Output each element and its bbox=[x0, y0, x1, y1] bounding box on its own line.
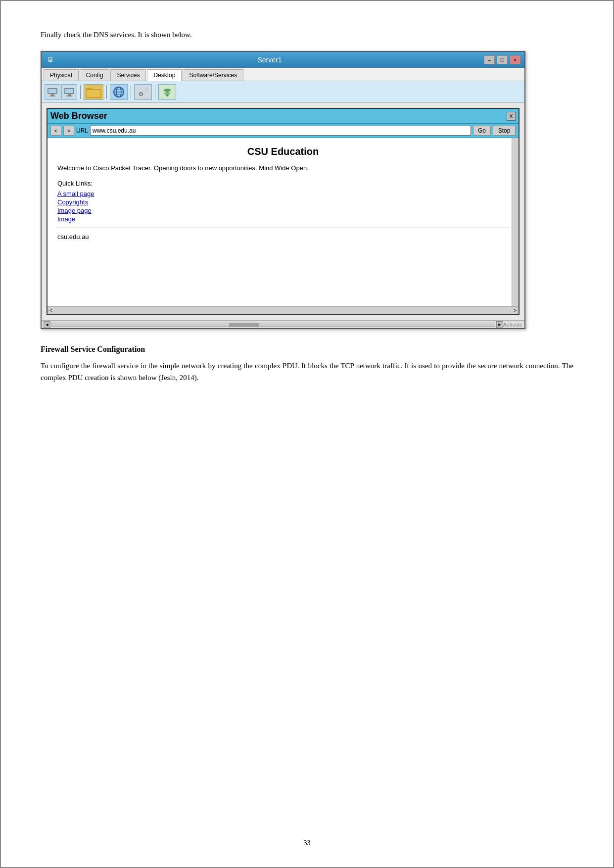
domain-text: csu.edu.au bbox=[57, 233, 509, 241]
toolbar-icons bbox=[45, 84, 176, 100]
scroll-left-arrow[interactable]: ◄ bbox=[44, 321, 50, 328]
url-input[interactable] bbox=[90, 126, 471, 136]
svg-rect-5 bbox=[65, 89, 73, 93]
window-icon: 🖥 bbox=[46, 55, 55, 65]
toolbar-separator-1 bbox=[80, 85, 81, 99]
link-copyrights[interactable]: Copyrights bbox=[57, 198, 509, 206]
bottom-scrollbar: ◄ ► Activate bbox=[42, 320, 524, 328]
svg-rect-1 bbox=[48, 89, 56, 93]
tab-desktop[interactable]: Desktop bbox=[147, 69, 182, 81]
scroll-thumb[interactable] bbox=[229, 323, 259, 327]
toolbar-icon-globe[interactable] bbox=[110, 84, 128, 100]
toolbar-icon-extra[interactable] bbox=[158, 84, 176, 100]
toolbar-icon-wrench[interactable] bbox=[134, 84, 152, 100]
tab-software-services[interactable]: Software/Services bbox=[183, 69, 243, 81]
activate-text: Activate bbox=[503, 322, 522, 328]
browser-header: Web Browser X bbox=[47, 109, 519, 124]
toolbar-separator-3 bbox=[131, 85, 131, 99]
browser-container: Web Browser X < > URL Go Stop CSU Educat… bbox=[42, 103, 524, 320]
bottom-bar-right: > bbox=[514, 308, 517, 313]
stop-button[interactable]: Stop bbox=[493, 126, 516, 136]
url-label: URL bbox=[76, 127, 88, 134]
scroll-right-arrow[interactable]: ► bbox=[496, 321, 503, 328]
window-controls: – □ × bbox=[484, 55, 520, 64]
go-button[interactable]: Go bbox=[473, 126, 491, 136]
scroll-track bbox=[51, 323, 495, 327]
link-image-page[interactable]: Image page bbox=[57, 207, 509, 214]
toolbar-icon-3[interactable] bbox=[84, 84, 103, 100]
toolbar-icon-1[interactable] bbox=[45, 84, 60, 100]
titlebar: 🖥 Server1 – □ × bbox=[42, 52, 524, 68]
tab-physical[interactable]: Physical bbox=[44, 69, 79, 81]
back-button[interactable]: < bbox=[50, 126, 61, 136]
browser-bottom-bar: < > bbox=[47, 306, 519, 314]
page-number: 33 bbox=[1, 839, 613, 847]
browser-close-button[interactable]: X bbox=[507, 112, 516, 121]
svg-rect-7 bbox=[66, 96, 72, 96]
content-divider bbox=[57, 228, 509, 228]
toolbar-separator-4 bbox=[155, 85, 155, 99]
svg-rect-3 bbox=[49, 96, 55, 96]
svg-rect-9 bbox=[86, 88, 93, 90]
bottom-bar-left: < bbox=[49, 308, 52, 313]
tab-config[interactable]: Config bbox=[80, 69, 110, 81]
intro-text: Finally check the DNS services. It is sh… bbox=[41, 31, 573, 39]
quick-links-label: Quick Links: bbox=[57, 180, 509, 187]
svg-rect-6 bbox=[68, 94, 71, 96]
svg-rect-10 bbox=[87, 90, 100, 97]
link-small-page[interactable]: A small page bbox=[57, 190, 509, 197]
toolbar bbox=[42, 81, 524, 103]
svg-point-16 bbox=[140, 93, 142, 96]
page-title: CSU Education bbox=[57, 146, 509, 157]
simulator-window: 🖥 Server1 – □ × Physical Config Services… bbox=[41, 51, 525, 329]
minimize-button[interactable]: – bbox=[484, 55, 495, 64]
vertical-scrollbar[interactable] bbox=[512, 138, 519, 306]
close-button[interactable]: × bbox=[510, 55, 520, 64]
browser-content: CSU Education Welcome to Cisco Packet Tr… bbox=[47, 138, 519, 306]
url-bar: < > URL Go Stop bbox=[47, 124, 519, 138]
page: Finally check the DNS services. It is sh… bbox=[0, 0, 614, 868]
toolbar-icon-2[interactable] bbox=[61, 84, 77, 100]
link-image[interactable]: Image bbox=[57, 215, 509, 223]
svg-rect-2 bbox=[51, 94, 54, 96]
firewall-section-heading: Firewall Service Configuration bbox=[41, 345, 573, 354]
tab-services[interactable]: Services bbox=[110, 69, 146, 81]
maximize-button[interactable]: □ bbox=[497, 55, 508, 64]
forward-button[interactable]: > bbox=[63, 126, 74, 136]
browser-panel: Web Browser X < > URL Go Stop CSU Educat… bbox=[47, 108, 520, 315]
browser-title: Web Browser bbox=[50, 111, 107, 121]
toolbar-separator-2 bbox=[106, 85, 107, 99]
window-title: Server1 bbox=[55, 56, 484, 64]
welcome-text: Welcome to Cisco Packet Tracer. Opening … bbox=[57, 164, 509, 172]
svg-point-17 bbox=[166, 94, 169, 96]
tab-bar: Physical Config Services Desktop Softwar… bbox=[42, 68, 524, 81]
firewall-section-body: To configure the firewall service in the… bbox=[41, 360, 573, 384]
